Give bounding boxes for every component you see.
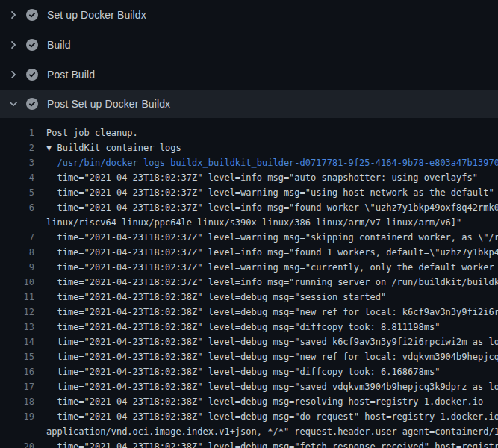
log-line-text: time="2021-04-23T18:02:38Z" level=debug … [46, 394, 498, 409]
log-line-text: time="2021-04-23T18:02:38Z" level=debug … [46, 320, 498, 335]
log-line-text: Post job cleanup. [46, 125, 498, 140]
log-line-text: time="2021-04-23T18:02:38Z" level=debug … [46, 439, 498, 448]
log-line-text: linux/riscv64 linux/ppc64le linux/s390x … [46, 215, 498, 230]
log-line: 11 time="2021-04-23T18:02:38Z" level=deb… [0, 290, 498, 305]
log-line-number[interactable]: 18 [0, 394, 34, 409]
log-line-text: time="2021-04-23T18:02:38Z" level=debug … [46, 364, 498, 379]
log-line-text: time="2021-04-23T18:02:38Z" level=debug … [46, 305, 498, 320]
log-line-number[interactable]: 10 [0, 275, 34, 290]
log-line: 5 time="2021-04-23T18:02:37Z" level=warn… [0, 185, 498, 200]
log-line-text: time="2021-04-23T18:02:38Z" level=debug … [46, 409, 498, 424]
log-line: 17 time="2021-04-23T18:02:38Z" level=deb… [0, 379, 498, 394]
log-line-number[interactable]: 20 [0, 439, 34, 448]
log-line-number[interactable]: 17 [0, 379, 34, 394]
step-header[interactable]: Build [0, 30, 498, 60]
log-line-number[interactable]: 2 [0, 140, 34, 155]
log-line-number[interactable]: 8 [0, 245, 34, 260]
log-line-text: time="2021-04-23T18:02:37Z" level=warnin… [46, 230, 498, 245]
log-line-number[interactable]: 3 [0, 155, 34, 170]
log-line-text: time="2021-04-23T18:02:37Z" level=info m… [46, 245, 498, 260]
log-line-number[interactable] [0, 424, 34, 439]
check-circle-icon [26, 98, 38, 110]
log-viewer: 1 Post job cleanup. 2 ▼ BuildKit contain… [0, 119, 498, 448]
step-title: Post Set up Docker Buildx [47, 98, 170, 110]
log-line-number[interactable]: 19 [0, 409, 34, 424]
step-list: Set up Docker Buildx Build [0, 0, 498, 118]
log-line-text: time="2021-04-23T18:02:37Z" level=info m… [46, 170, 498, 185]
log-line: 18 time="2021-04-23T18:02:38Z" level=deb… [0, 394, 498, 409]
log-line: 20 time="2021-04-23T18:02:38Z" level=deb… [0, 439, 498, 448]
log-line-text: time="2021-04-23T18:02:38Z" level=debug … [46, 379, 498, 394]
check-circle-icon [26, 9, 38, 21]
step-title: Build [47, 39, 71, 51]
log-line: 14 time="2021-04-23T18:02:38Z" level=deb… [0, 335, 498, 349]
log-line: 19 time="2021-04-23T18:02:38Z" level=deb… [0, 409, 498, 424]
log-line: 1 Post job cleanup. [0, 125, 498, 140]
log-line-number[interactable]: 4 [0, 170, 34, 185]
log-line: 16 time="2021-04-23T18:02:38Z" level=deb… [0, 364, 498, 379]
log-line-number[interactable]: 15 [0, 349, 34, 364]
log-line-number[interactable] [0, 215, 34, 230]
log-line-text: time="2021-04-23T18:02:37Z" level=info m… [46, 200, 498, 215]
log-line-text[interactable]: ▼ BuildKit container logs [46, 140, 498, 155]
log-line-number[interactable]: 7 [0, 230, 34, 245]
log-line: 13 time="2021-04-23T18:02:38Z" level=deb… [0, 320, 498, 335]
chevron-right-icon [7, 9, 19, 21]
log-line: 12 time="2021-04-23T18:02:38Z" level=deb… [0, 305, 498, 320]
log-line-text: time="2021-04-23T18:02:37Z" level=info m… [46, 275, 498, 290]
log-line: 3 /usr/bin/docker logs buildx_buildkit_b… [0, 155, 498, 170]
log-line-text: time="2021-04-23T18:02:38Z" level=debug … [46, 349, 498, 364]
log-line-text: application/vnd.oci.image.index.v1+json,… [46, 424, 498, 439]
log-line-number[interactable]: 14 [0, 335, 34, 349]
chevron-down-icon [7, 98, 19, 110]
log-line: 6 time="2021-04-23T18:02:37Z" level=info… [0, 200, 498, 215]
check-circle-icon [26, 69, 38, 81]
log-line-text: /usr/bin/docker logs buildx_buildkit_bui… [46, 155, 498, 170]
log-line: linux/riscv64 linux/ppc64le linux/s390x … [0, 215, 498, 230]
log-line: 10 time="2021-04-23T18:02:37Z" level=inf… [0, 275, 498, 290]
step-header[interactable]: Post Set up Docker Buildx [0, 90, 498, 118]
log-line-number[interactable]: 5 [0, 185, 34, 200]
log-line: 15 time="2021-04-23T18:02:38Z" level=deb… [0, 349, 498, 364]
log-line-text: time="2021-04-23T18:02:38Z" level=debug … [46, 290, 498, 305]
log-line: 7 time="2021-04-23T18:02:37Z" level=warn… [0, 230, 498, 245]
step-header[interactable]: Post Build [0, 60, 498, 90]
log-line: 8 time="2021-04-23T18:02:37Z" level=info… [0, 245, 498, 260]
check-circle-icon [26, 39, 38, 51]
log-line-number[interactable]: 11 [0, 290, 34, 305]
step-title: Set up Docker Buildx [47, 9, 146, 21]
step-title: Post Build [47, 69, 95, 81]
chevron-right-icon [7, 39, 19, 51]
log-line-number[interactable]: 9 [0, 260, 34, 275]
log-line-text: time="2021-04-23T18:02:37Z" level=warnin… [46, 185, 498, 200]
log-line: 9 time="2021-04-23T18:02:37Z" level=warn… [0, 260, 498, 275]
log-line: application/vnd.oci.image.index.v1+json,… [0, 424, 498, 439]
chevron-right-icon [7, 69, 19, 81]
log-line-number[interactable]: 1 [0, 125, 34, 140]
log-line-number[interactable]: 12 [0, 305, 34, 320]
log-line-number[interactable]: 16 [0, 364, 34, 379]
log-line: 4 time="2021-04-23T18:02:37Z" level=info… [0, 170, 498, 185]
step-header[interactable]: Set up Docker Buildx [0, 0, 498, 30]
log-line-number[interactable]: 13 [0, 320, 34, 335]
log-line-text: time="2021-04-23T18:02:38Z" level=debug … [46, 335, 498, 349]
log-line: 2 ▼ BuildKit container logs [0, 140, 498, 155]
log-line-number[interactable]: 6 [0, 200, 34, 215]
log-line-text: time="2021-04-23T18:02:37Z" level=warnin… [46, 260, 498, 275]
